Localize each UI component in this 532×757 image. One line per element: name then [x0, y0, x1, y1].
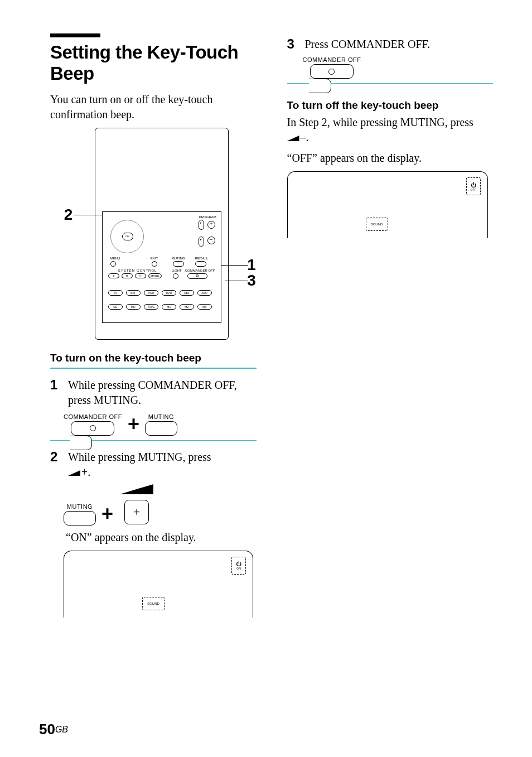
- step-three-num: 3: [287, 37, 299, 52]
- power-icon: ⏻ OFF: [466, 177, 481, 195]
- exit-label: EXIT: [151, 257, 158, 260]
- display-on: ⏻ ON SOUND: [64, 551, 253, 618]
- off-text-a: In Step 2, while pressing MUTING, press: [287, 116, 473, 128]
- ok-button: OK: [122, 233, 133, 240]
- callout-three: 3: [247, 272, 256, 290]
- power-icon: ⏻ ON: [231, 557, 246, 575]
- right-column: 3 Press COMMANDER OFF. COMMANDER OFF To …: [287, 33, 494, 618]
- step-two-text-a: While pressing MUTING, press: [68, 451, 211, 463]
- muting-button-illus: MUTING: [145, 413, 177, 436]
- intro-text: You can turn on or off the key-touch con…: [50, 92, 257, 122]
- plus-icon: +: [128, 412, 139, 436]
- step-two-text-b: +.: [81, 466, 90, 478]
- light-label: LIGHT: [172, 269, 182, 272]
- muting-label: MUTING: [172, 257, 185, 260]
- turn-off-heading: To turn off the key-touch beep: [287, 99, 494, 112]
- display-off: ⏻ OFF SOUND: [287, 171, 488, 238]
- left-column: Setting the Key-Touch Beep You can turn …: [50, 33, 257, 618]
- system-label: SYSTEM CONTROL: [118, 269, 157, 272]
- recall-label: RECALL: [195, 257, 208, 260]
- step-two-num: 2: [50, 450, 62, 480]
- off-text-b: –.: [301, 131, 309, 143]
- step-one-illus: COMMANDER OFF + MUTING: [64, 412, 257, 436]
- step-one-text: While pressing COMMANDER OFF, press MUTI…: [68, 378, 257, 408]
- step-three-text: Press COMMANDER OFF.: [305, 37, 494, 52]
- step-three-illus: COMMANDER OFF: [303, 56, 494, 79]
- volume-wedge-icon: [287, 136, 299, 141]
- volume-plus-illus: +: [119, 484, 158, 525]
- main-heading: Setting the Key-Touch Beep: [50, 42, 257, 84]
- step-two-illus: MUTING + +: [64, 484, 257, 525]
- on-appears: “ON” appears on the display.: [66, 530, 257, 545]
- step-two: 2 While pressing MUTING, press +.: [50, 450, 257, 480]
- sound-label: SOUND: [142, 597, 165, 610]
- commander-off-button-illus-b: COMMANDER OFF: [303, 56, 361, 79]
- menu-label: MENU: [110, 257, 120, 260]
- muting-button-illus-b: MUTING: [64, 503, 96, 525]
- plus-icon: +: [101, 502, 113, 525]
- divider: [50, 368, 257, 369]
- callout-two: 2: [64, 206, 73, 224]
- step-one-num: 1: [50, 378, 62, 408]
- off-text-c: “OFF” appears on the display.: [287, 151, 494, 166]
- step-one: 1 While pressing COMMANDER OFF, press MU…: [50, 378, 257, 408]
- volume-wedge-icon: [68, 470, 80, 476]
- commander-off-button-illus: COMMANDER OFF: [64, 413, 122, 436]
- program-label: PROGRAM: [199, 215, 216, 219]
- sound-label: SOUND: [366, 218, 388, 231]
- page-number: 50GB: [39, 721, 68, 738]
- title-bar: [50, 33, 100, 37]
- cmdoff-label: COMMANDER OFF: [185, 269, 215, 272]
- turn-on-heading: To turn on the key-touch beep: [50, 352, 257, 364]
- step-three: 3 Press COMMANDER OFF.: [287, 37, 494, 52]
- remote-diagram: OK MENU EXIT MUTING RECALL PROGRAM + − ▸…: [64, 128, 243, 340]
